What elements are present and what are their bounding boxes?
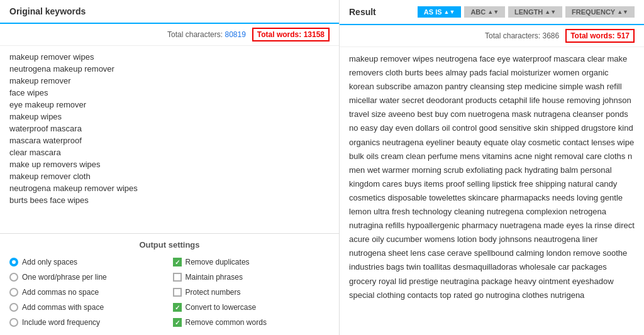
setting-label: Add commas no space bbox=[22, 288, 99, 297]
right-total-words-value: 517 bbox=[617, 31, 630, 40]
right-total-chars-value: 3686 bbox=[542, 31, 559, 40]
checkbox-square[interactable]: ✓ bbox=[173, 258, 182, 266]
keyword-item: clear mascara bbox=[9, 146, 330, 158]
total-words-value: 13158 bbox=[304, 30, 325, 39]
keyword-item: makeup wipes bbox=[9, 111, 330, 123]
keyword-item: neutrogena makeup remover bbox=[9, 63, 330, 75]
keyword-item: makeup remover bbox=[9, 75, 330, 87]
setting-label: Protect numbers bbox=[186, 288, 241, 297]
keyword-item: mascara waterproof bbox=[9, 135, 330, 146]
setting-label: Remove common words bbox=[186, 318, 267, 327]
keyword-item: makeup remover cloth bbox=[9, 170, 330, 182]
radio-circle[interactable] bbox=[9, 258, 18, 266]
sort-button-as-is[interactable]: AS IS ▲▼ bbox=[418, 6, 462, 18]
sort-arrows-icon: ▲▼ bbox=[444, 9, 455, 15]
right-panel: Result AS IS ▲▼ABC ▲▼LENGTH ▲▼FREQUENCY … bbox=[340, 0, 644, 335]
left-header: Original keywords bbox=[0, 0, 339, 24]
setting-label: Add commas with space bbox=[22, 303, 104, 312]
keyword-item: make up removers wipes bbox=[9, 158, 330, 170]
keyword-item: makeup remover wipes bbox=[9, 51, 330, 63]
sort-arrows-icon: ▲▼ bbox=[617, 9, 628, 15]
right-total-words-box: Total words: 517 bbox=[565, 29, 635, 43]
keyword-item: neutrogena makeup remover wipes bbox=[9, 182, 330, 194]
radio-circle[interactable] bbox=[9, 303, 18, 312]
right-title: Result bbox=[349, 7, 376, 17]
output-settings-title: Output settings bbox=[9, 240, 330, 250]
sort-button-length[interactable]: LENGTH ▲▼ bbox=[508, 6, 562, 18]
right-total-chars-label: Total characters: 3686 bbox=[485, 31, 559, 40]
total-chars-label: Total characters: 80819 bbox=[167, 30, 246, 39]
sort-buttons: AS IS ▲▼ABC ▲▼LENGTH ▲▼FREQUENCY ▲▼ bbox=[418, 6, 635, 18]
setting-item-right[interactable]: Protect numbers bbox=[173, 286, 330, 299]
right-stats-bar: Total characters: 3686 Total words: 517 bbox=[340, 25, 644, 47]
setting-label: Convert to lowercase bbox=[186, 303, 257, 312]
radio-circle[interactable] bbox=[9, 318, 18, 327]
setting-item-left[interactable]: Add commas with space bbox=[9, 301, 167, 314]
result-area: makeup remover wipes neutrogena face eye… bbox=[340, 47, 644, 335]
setting-item-left[interactable]: One word/phrase per line bbox=[9, 271, 167, 283]
setting-item-right[interactable]: ✓Convert to lowercase bbox=[173, 301, 330, 314]
setting-label: Add only spaces bbox=[22, 258, 77, 266]
setting-label: Maintain phrases bbox=[186, 273, 243, 282]
setting-item-left[interactable]: Add commas no space bbox=[9, 286, 167, 299]
left-title: Original keywords bbox=[9, 6, 330, 16]
radio-circle[interactable] bbox=[9, 273, 18, 282]
sort-arrows-icon: ▲▼ bbox=[487, 9, 499, 15]
total-words-box: Total words: 13158 bbox=[252, 28, 330, 41]
keyword-item: burts bees face wipes bbox=[9, 194, 330, 206]
checkbox-square[interactable]: ✓ bbox=[173, 303, 182, 312]
setting-item-left[interactable]: Add only spaces bbox=[9, 256, 167, 268]
output-settings: Output settings Add only spaces✓Remove d… bbox=[0, 233, 339, 335]
settings-grid: Add only spaces✓Remove duplicatesOne wor… bbox=[9, 256, 330, 329]
setting-label: One word/phrase per line bbox=[22, 273, 107, 282]
checkbox-square[interactable]: ✓ bbox=[173, 318, 182, 327]
setting-item-right[interactable]: ✓Remove common words bbox=[173, 316, 330, 329]
sort-button-abc[interactable]: ABC ▲▼ bbox=[464, 6, 505, 18]
radio-circle[interactable] bbox=[9, 288, 18, 297]
setting-label: Include word frequency bbox=[22, 318, 100, 327]
keyword-item: waterproof mascara bbox=[9, 123, 330, 135]
checkbox-square[interactable] bbox=[173, 273, 182, 282]
keyword-item: eye makeup remover bbox=[9, 99, 330, 111]
left-stats-bar: Total characters: 80819 Total words: 131… bbox=[0, 24, 339, 46]
right-header: Result AS IS ▲▼ABC ▲▼LENGTH ▲▼FREQUENCY … bbox=[340, 0, 644, 25]
keyword-item: face wipes bbox=[9, 87, 330, 99]
left-panel: Original keywords Total characters: 8081… bbox=[0, 0, 340, 335]
sort-arrows-icon: ▲▼ bbox=[545, 9, 556, 15]
total-chars-value: 80819 bbox=[225, 30, 245, 39]
checkbox-square[interactable] bbox=[173, 288, 182, 297]
setting-item-left[interactable]: Include word frequency bbox=[9, 316, 167, 329]
sort-button-frequency[interactable]: FREQUENCY ▲▼ bbox=[565, 6, 635, 18]
setting-item-right[interactable]: Maintain phrases bbox=[173, 271, 330, 283]
setting-item-right[interactable]: ✓Remove duplicates bbox=[173, 256, 330, 268]
setting-label: Remove duplicates bbox=[186, 258, 250, 266]
keywords-area: makeup remover wipesneutrogena makeup re… bbox=[0, 46, 339, 233]
